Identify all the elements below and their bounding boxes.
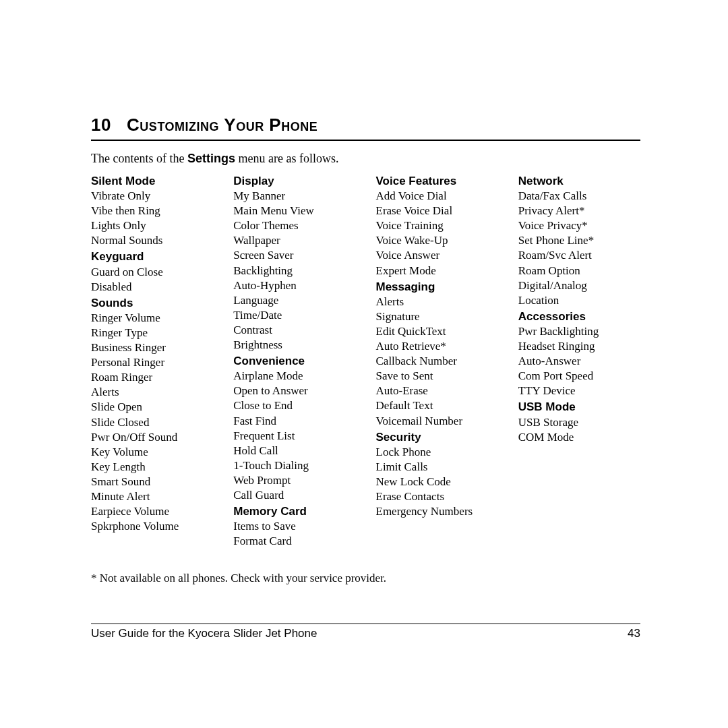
- menu-section: DisplayMy BannerMain Menu ViewColor Them…: [233, 174, 355, 353]
- menu-section: USB ModeUSB StorageCOM Mode: [518, 400, 640, 444]
- menu-item: Signature: [376, 309, 498, 324]
- menu-item: Ringer Type: [91, 326, 213, 340]
- menu-item: Brightness: [233, 338, 355, 353]
- footnote: * Not available on all phones. Check wit…: [91, 572, 640, 585]
- menu-item: Roam Option: [518, 264, 640, 278]
- menu-section: MessagingAlertsSignatureEdit QuickTextAu…: [376, 280, 498, 429]
- menu-item: New Lock Code: [376, 475, 498, 489]
- menu-item: Ringer Volume: [91, 311, 213, 326]
- menu-item: Language: [233, 293, 355, 308]
- menu-item: Screen Saver: [233, 248, 355, 263]
- menu-item: Alerts: [376, 295, 498, 309]
- menu-item: Auto-Answer: [518, 354, 640, 369]
- menu-item: Pwr On/Off Sound: [91, 430, 213, 445]
- chapter-heading: 10 Customizing Your Phone: [91, 115, 640, 141]
- section-heading: Sounds: [91, 296, 213, 311]
- menu-item: Default Text: [376, 398, 498, 413]
- menu-section: AccessoriesPwr BacklightingHeadset Ringi…: [518, 309, 640, 399]
- section-heading: Silent Mode: [91, 174, 213, 189]
- menu-item: Vibrate Only: [91, 189, 213, 204]
- menu-item: Slide Closed: [91, 415, 213, 430]
- settings-columns: Silent ModeVibrate OnlyVibe then RingLig…: [91, 173, 640, 550]
- menu-item: Fast Find: [233, 414, 355, 429]
- menu-item: Disabled: [91, 280, 213, 295]
- menu-item: Edit QuickText: [376, 324, 498, 339]
- menu-item: Auto Retrieve*: [376, 339, 498, 354]
- menu-item: Spkrphone Volume: [91, 519, 213, 534]
- menu-item: My Banner: [233, 189, 355, 204]
- menu-item: Expert Mode: [376, 264, 498, 278]
- menu-item: Voice Answer: [376, 248, 498, 263]
- section-heading: Keyguard: [91, 249, 213, 264]
- intro-prefix: The contents of the: [91, 152, 187, 165]
- section-heading: USB Mode: [518, 400, 640, 415]
- menu-item: Com Port Speed: [518, 369, 640, 384]
- menu-item: Wallpaper: [233, 233, 355, 248]
- menu-item: Personal Ringer: [91, 355, 213, 370]
- menu-item: Alerts: [91, 385, 213, 400]
- menu-item: Data/Fax Calls: [518, 189, 640, 204]
- menu-item: TTY Device: [518, 384, 640, 398]
- menu-item: Set Phone Line*: [518, 233, 640, 248]
- menu-item: Save to Sent: [376, 369, 498, 384]
- menu-item: Frequent List: [233, 429, 355, 444]
- menu-item: Lights Only: [91, 218, 213, 233]
- menu-item: Items to Save: [233, 519, 355, 534]
- menu-item: Headset Ringing: [518, 339, 640, 354]
- menu-item: Lock Phone: [376, 445, 498, 460]
- column: Voice FeaturesAdd Voice DialErase Voice …: [376, 173, 498, 550]
- menu-item: COM Mode: [518, 430, 640, 445]
- menu-item: Pwr Backlighting: [518, 324, 640, 339]
- menu-item: Roam/Svc Alert: [518, 248, 640, 263]
- menu-item: USB Storage: [518, 415, 640, 430]
- section-heading: Convenience: [233, 354, 355, 369]
- footer-right: 43: [628, 627, 640, 640]
- menu-item: Open to Answer: [233, 384, 355, 398]
- menu-item: Backlighting: [233, 264, 355, 278]
- menu-item: Add Voice Dial: [376, 189, 498, 204]
- column: DisplayMy BannerMain Menu ViewColor Them…: [233, 173, 355, 550]
- page-footer: User Guide for the Kyocera Slider Jet Ph…: [91, 624, 640, 640]
- menu-item: Hold Call: [233, 444, 355, 458]
- section-heading: Security: [376, 430, 498, 445]
- chapter-title: Customizing Your Phone: [127, 115, 317, 135]
- menu-item: Guard on Close: [91, 265, 213, 280]
- menu-item: Location: [518, 293, 640, 308]
- menu-item: Format Card: [233, 534, 355, 549]
- menu-section: Silent ModeVibrate OnlyVibe then RingLig…: [91, 174, 213, 248]
- menu-item: Digital/Analog: [518, 278, 640, 293]
- section-heading: Voice Features: [376, 174, 498, 189]
- menu-item: Business Ringer: [91, 340, 213, 355]
- menu-item: Time/Date: [233, 308, 355, 323]
- menu-section: Memory CardItems to SaveFormat Card: [233, 504, 355, 549]
- menu-item: Close to End: [233, 398, 355, 413]
- settings-word: Settings: [187, 152, 235, 165]
- menu-item: Erase Contacts: [376, 489, 498, 504]
- section-heading: Memory Card: [233, 504, 355, 519]
- footer-left: User Guide for the Kyocera Slider Jet Ph…: [91, 627, 317, 640]
- column: NetworkData/Fax CallsPrivacy Alert*Voice…: [518, 173, 640, 550]
- menu-section: SoundsRinger VolumeRinger TypeBusiness R…: [91, 296, 213, 535]
- menu-item: Erase Voice Dial: [376, 204, 498, 218]
- menu-section: ConvenienceAirplane ModeOpen to AnswerCl…: [233, 354, 355, 503]
- menu-item: Contrast: [233, 323, 355, 338]
- menu-item: Call Guard: [233, 488, 355, 503]
- menu-item: Key Volume: [91, 445, 213, 460]
- menu-item: Auto-Hyphen: [233, 278, 355, 293]
- menu-item: Vibe then Ring: [91, 204, 213, 218]
- menu-item: Airplane Mode: [233, 369, 355, 384]
- menu-item: Roam Ringer: [91, 370, 213, 385]
- menu-item: 1-Touch Dialing: [233, 458, 355, 473]
- menu-item: Limit Calls: [376, 460, 498, 475]
- section-heading: Accessories: [518, 309, 640, 324]
- menu-section: Voice FeaturesAdd Voice DialErase Voice …: [376, 174, 498, 278]
- menu-item: Slide Open: [91, 400, 213, 415]
- menu-item: Voice Wake-Up: [376, 233, 498, 248]
- menu-item: Callback Number: [376, 354, 498, 369]
- menu-item: Privacy Alert*: [518, 204, 640, 218]
- menu-section: NetworkData/Fax CallsPrivacy Alert*Voice…: [518, 174, 640, 308]
- menu-item: Voice Training: [376, 218, 498, 233]
- menu-item: Emergency Numbers: [376, 504, 498, 519]
- intro-suffix: menu are as follows.: [235, 152, 338, 165]
- menu-item: Key Length: [91, 460, 213, 475]
